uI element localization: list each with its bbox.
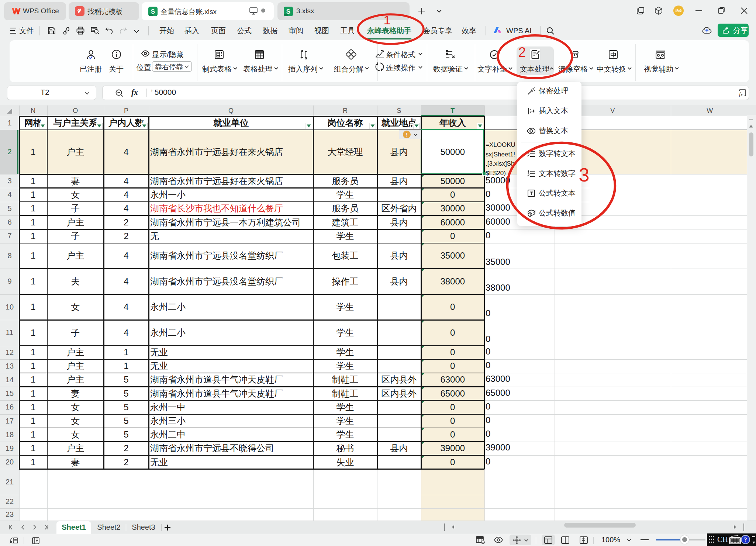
svg-text:fx: fx [739,92,743,97]
svg-text:S: S [151,8,155,15]
svg-text:S: S [286,8,290,15]
